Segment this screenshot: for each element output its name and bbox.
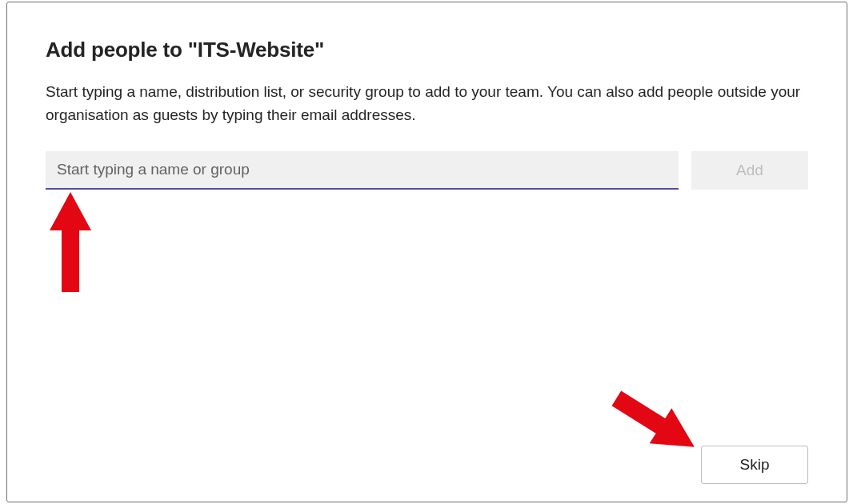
input-row: Add xyxy=(46,151,808,190)
add-people-dialog: Add people to "ITS-Website" Start typing… xyxy=(6,2,847,502)
dialog-description: Start typing a name, distribution list, … xyxy=(46,80,808,127)
dialog-title: Add people to "ITS-Website" xyxy=(46,38,808,62)
skip-button[interactable]: Skip xyxy=(701,446,808,484)
add-button[interactable]: Add xyxy=(691,151,808,190)
name-or-group-input[interactable] xyxy=(46,151,679,190)
